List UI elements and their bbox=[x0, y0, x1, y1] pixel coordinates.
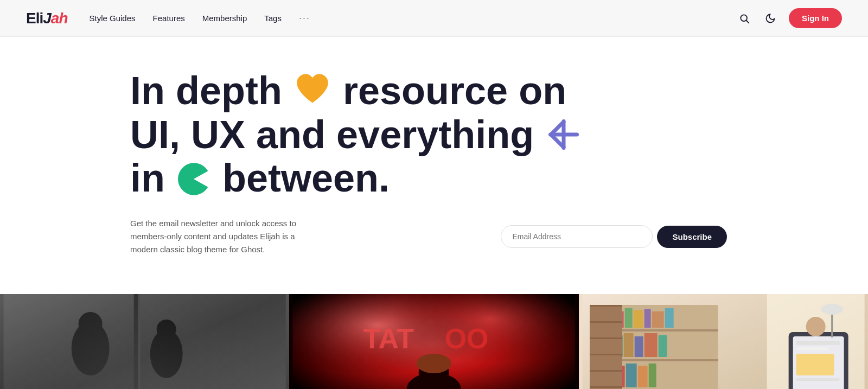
hero-headline: In depth resource on UI, UX and everythi… bbox=[130, 69, 583, 200]
svg-rect-29 bbox=[603, 309, 611, 328]
nav-item-more[interactable]: ··· bbox=[299, 12, 310, 24]
nav-link-tags[interactable]: Tags bbox=[264, 14, 282, 23]
svg-point-12 bbox=[157, 320, 176, 339]
logo-j: J bbox=[43, 10, 51, 27]
svg-rect-37 bbox=[615, 335, 622, 357]
dark-mode-button[interactable] bbox=[763, 11, 778, 26]
more-icon[interactable]: ··· bbox=[299, 12, 310, 23]
card-image-3 bbox=[579, 294, 868, 389]
nav-link-features[interactable]: Features bbox=[153, 14, 185, 23]
headline-part1: In depth bbox=[130, 69, 282, 112]
svg-point-11 bbox=[150, 329, 183, 378]
headline-part2: resource on bbox=[343, 69, 566, 112]
svg-line-1 bbox=[746, 20, 749, 23]
svg-rect-6 bbox=[4, 294, 286, 389]
subscribe-button[interactable]: Subscribe bbox=[657, 226, 727, 248]
svg-rect-8 bbox=[138, 294, 141, 389]
svg-point-9 bbox=[72, 321, 110, 375]
headline-part4: in bbox=[130, 156, 165, 200]
nav-link-membership[interactable]: Membership bbox=[202, 14, 247, 23]
logo[interactable]: EliJah bbox=[26, 10, 68, 27]
card-1[interactable] bbox=[0, 294, 289, 389]
subscribe-form: Subscribe bbox=[358, 225, 727, 248]
navbar: EliJah Style Guides Features Membership … bbox=[0, 0, 868, 37]
cards-section: TAT OO bbox=[0, 294, 868, 389]
search-icon bbox=[739, 13, 750, 24]
card-3[interactable] bbox=[579, 294, 868, 389]
card-image-2: TAT OO bbox=[289, 294, 578, 389]
svg-rect-7 bbox=[134, 294, 138, 389]
nav-link-styleguides[interactable]: Style Guides bbox=[90, 14, 136, 23]
logo-ah: ah bbox=[51, 10, 68, 27]
svg-rect-13 bbox=[4, 294, 286, 389]
headline-part3: UI, UX and everything bbox=[130, 113, 534, 156]
svg-point-10 bbox=[79, 312, 103, 336]
nav-links: Style Guides Features Membership Tags ··… bbox=[90, 12, 737, 24]
nav-item-membership[interactable]: Membership bbox=[202, 14, 247, 23]
svg-rect-58 bbox=[582, 294, 864, 389]
signin-button[interactable]: Sign In bbox=[789, 8, 842, 28]
svg-rect-42 bbox=[603, 364, 615, 387]
email-input[interactable] bbox=[501, 225, 653, 248]
card-image-1 bbox=[0, 294, 289, 389]
logo-eli: Eli bbox=[26, 10, 43, 27]
svg-rect-22 bbox=[293, 294, 575, 389]
star-icon bbox=[545, 116, 583, 154]
hero-description: Get the email newsletter and unlock acce… bbox=[130, 217, 315, 256]
search-button[interactable] bbox=[737, 11, 752, 26]
headline-part5: between. bbox=[222, 156, 390, 200]
heart-icon bbox=[293, 71, 332, 110]
nav-item-styleguides[interactable]: Style Guides bbox=[90, 14, 136, 23]
hero-sub-row: Get the email newsletter and unlock acce… bbox=[130, 217, 727, 256]
nav-item-tags[interactable]: Tags bbox=[264, 14, 282, 23]
svg-rect-36 bbox=[603, 333, 614, 357]
card-2[interactable]: TAT OO bbox=[289, 294, 578, 389]
nav-right: Sign In bbox=[737, 8, 842, 28]
hero-section: In depth resource on UI, UX and everythi… bbox=[0, 37, 868, 294]
nav-item-features[interactable]: Features bbox=[153, 14, 185, 23]
pacman-icon bbox=[176, 161, 212, 197]
svg-rect-30 bbox=[612, 311, 623, 328]
moon-icon bbox=[765, 13, 776, 24]
